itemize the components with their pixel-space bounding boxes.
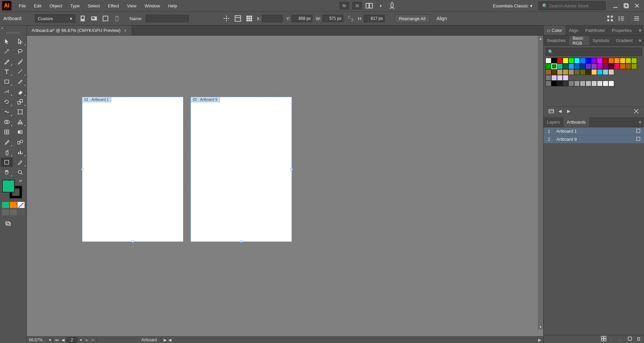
pen-tool[interactable] xyxy=(1,57,13,66)
gradient-tool[interactable] xyxy=(14,127,26,137)
swatch-next-icon[interactable]: ▶ xyxy=(566,108,572,114)
tab-pathfinder[interactable]: Pathfinder xyxy=(582,26,608,35)
artboard-2[interactable]: 02 - Artboard 9 xyxy=(191,97,292,242)
window-close[interactable] xyxy=(634,3,640,8)
x-input[interactable] xyxy=(262,15,283,22)
y-input[interactable] xyxy=(292,15,312,22)
scale-tool[interactable] xyxy=(14,97,26,106)
free-transform-tool[interactable] xyxy=(14,107,26,117)
resize-handle[interactable] xyxy=(240,241,242,243)
swatch[interactable] xyxy=(603,58,608,63)
swatch[interactable] xyxy=(580,58,586,63)
swatch[interactable] xyxy=(591,58,597,63)
draw-behind-button[interactable] xyxy=(10,209,17,215)
swatch[interactable] xyxy=(551,81,557,86)
swatch[interactable] xyxy=(597,81,603,86)
ctrl-panel-icon[interactable] xyxy=(617,14,626,23)
swatch[interactable] xyxy=(580,81,586,86)
tab-color[interactable]: ◇Color xyxy=(544,26,565,35)
draw-normal-button[interactable] xyxy=(2,209,9,215)
swatch[interactable] xyxy=(546,69,551,75)
line-tool[interactable] xyxy=(14,67,26,76)
menu-help[interactable]: Help xyxy=(164,1,181,10)
window-maximize[interactable] xyxy=(623,3,629,8)
gradient-mode-button[interactable] xyxy=(10,202,17,208)
w-input[interactable] xyxy=(323,15,343,22)
swatch[interactable] xyxy=(563,75,568,81)
ctrl-grid-icon[interactable] xyxy=(606,14,614,23)
swatch[interactable] xyxy=(591,81,597,86)
scroll-right-icon[interactable]: ▶ xyxy=(537,338,542,342)
swatch[interactable] xyxy=(557,58,563,63)
swatch[interactable] xyxy=(568,63,574,69)
swatch[interactable] xyxy=(586,81,591,86)
swatch-search-input[interactable]: 🔍 xyxy=(546,48,642,56)
swatch[interactable] xyxy=(574,63,580,69)
resize-handle[interactable] xyxy=(81,168,83,170)
document-tab[interactable]: Artboard.ai* @ 66.67% (CMYK/GPU Preview)… xyxy=(27,26,131,35)
move-with-artboard-button[interactable] xyxy=(222,14,230,23)
menu-select[interactable]: Select xyxy=(84,1,104,10)
swatch-library-icon[interactable] xyxy=(548,108,554,114)
type-tool[interactable] xyxy=(1,67,13,76)
scroll-left-icon[interactable]: ◀ xyxy=(167,338,172,342)
swatch[interactable] xyxy=(597,69,603,75)
align-label[interactable]: Align xyxy=(436,16,447,21)
artboard-1[interactable]: 01 - Artboard 1 xyxy=(82,97,183,242)
swatch[interactable] xyxy=(557,63,563,69)
arrange-docs-button[interactable] xyxy=(365,2,373,10)
stock-button[interactable]: St xyxy=(352,2,362,9)
swatch[interactable] xyxy=(586,69,591,75)
swatch[interactable] xyxy=(574,69,580,75)
zoom-level[interactable]: 66.67% xyxy=(27,338,47,342)
delete-artboard-icon[interactable] xyxy=(636,336,641,342)
menu-edit[interactable]: Edit xyxy=(30,1,45,10)
canvas[interactable]: 01 - Artboard 1 02 - Artboard 9 ▲ ▼ xyxy=(27,36,543,336)
swatch[interactable] xyxy=(551,75,557,81)
color-mode-button[interactable] xyxy=(2,202,9,208)
swatch[interactable] xyxy=(620,63,626,69)
rearrange-icon[interactable] xyxy=(601,336,606,342)
swatch[interactable] xyxy=(603,63,608,69)
swatch[interactable] xyxy=(608,81,614,86)
swatch[interactable] xyxy=(546,58,551,63)
swatch[interactable] xyxy=(586,63,591,69)
swatch[interactable] xyxy=(626,63,631,69)
swatch[interactable] xyxy=(614,58,620,63)
rectangle-tool[interactable] xyxy=(1,77,13,86)
swatch[interactable] xyxy=(557,81,563,86)
tab-layers[interactable]: Layers xyxy=(544,117,563,127)
swatch[interactable] xyxy=(563,63,568,69)
new-artboard-button[interactable] xyxy=(101,14,110,23)
paintbrush-tool[interactable] xyxy=(14,77,26,86)
panel-menu-icon[interactable]: ≡ xyxy=(636,26,644,35)
tab-artboards[interactable]: Artboards xyxy=(563,117,589,127)
swatch[interactable] xyxy=(608,69,614,75)
menu-object[interactable]: Object xyxy=(45,1,66,10)
perspective-grid-tool[interactable] xyxy=(14,117,26,127)
swatch[interactable] xyxy=(580,63,586,69)
curvature-tool[interactable] xyxy=(14,57,26,66)
tab-align[interactable]: Align xyxy=(565,26,582,35)
horizontal-scrollbar[interactable]: ▶ ◀ ▶ xyxy=(161,338,543,342)
artboard-list-row[interactable]: 1Artboard 1 xyxy=(544,127,644,135)
new-artboard-icon[interactable] xyxy=(627,336,633,342)
tab-gradient[interactable]: Gradient xyxy=(613,36,636,45)
swatch[interactable] xyxy=(626,58,631,63)
close-tab-icon[interactable]: × xyxy=(124,28,127,33)
lasso-tool[interactable] xyxy=(14,47,26,56)
eraser-tool[interactable] xyxy=(14,87,26,96)
menu-view[interactable]: View xyxy=(123,1,140,10)
shaper-tool[interactable] xyxy=(1,87,13,96)
move-down-icon[interactable]: ↓ xyxy=(618,337,624,342)
swatch[interactable] xyxy=(563,69,568,75)
swap-fill-stroke[interactable]: ⇄ xyxy=(19,179,22,183)
resize-handle[interactable] xyxy=(132,241,134,243)
h-input[interactable] xyxy=(364,15,385,22)
zoom-tool[interactable] xyxy=(14,168,26,177)
swatch[interactable] xyxy=(614,63,620,69)
tab-swatches[interactable]: Swatches xyxy=(544,36,569,45)
artboard-preset-dropdown[interactable]: Custom ▾ xyxy=(35,14,75,23)
hand-tool[interactable] xyxy=(1,168,13,177)
move-up-icon[interactable]: ↑ xyxy=(610,337,615,342)
